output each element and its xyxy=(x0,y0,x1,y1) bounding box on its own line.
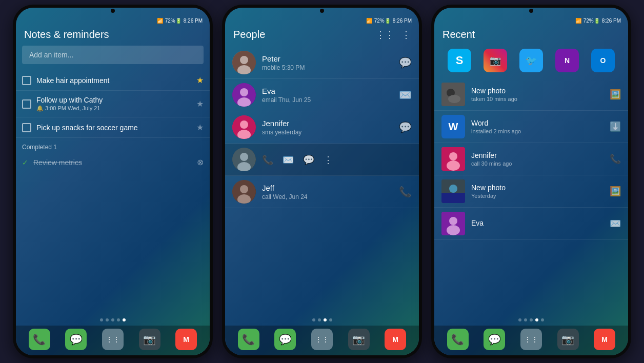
dot-r5 xyxy=(541,318,544,321)
dot-p3-active xyxy=(324,318,327,321)
more-action-expanded[interactable]: ⋮ xyxy=(324,154,333,166)
checkbox-2[interactable] xyxy=(22,99,31,109)
battery-3: 72%🔋 xyxy=(583,18,600,24)
phones-container: 📶 72%🔋 8:26 PM Notes & reminders Add an … xyxy=(8,0,636,363)
email-icon-eva-recent[interactable]: ✉️ xyxy=(610,218,621,229)
camera-dot-3 xyxy=(529,9,533,13)
time-2: 8:26 PM xyxy=(393,18,412,24)
dot-4 xyxy=(117,318,120,321)
contact-eva[interactable]: Eva email Thu, Jun 25 ✉️ xyxy=(225,79,419,111)
chat-action-expanded[interactable]: 💬 xyxy=(303,154,314,166)
people-header: People ⋮⋮ ⋮ xyxy=(225,25,419,47)
camera-dot xyxy=(111,9,115,13)
dock-camera-2[interactable]: 📷 xyxy=(348,329,370,350)
svg-point-13 xyxy=(240,185,248,193)
app-onenote[interactable]: N xyxy=(555,49,579,72)
avatar-jennifer xyxy=(232,115,256,139)
star-icon-1[interactable]: ★ xyxy=(196,75,204,85)
dot-r4-active xyxy=(535,318,538,321)
status-bar-2: 📶 72%🔋 8:26 PM xyxy=(225,15,419,25)
phone-recent: 📶 72%🔋 8:26 PM Recent S 📷 🐦 N O xyxy=(431,5,631,358)
status-bar-1: 📶 72%🔋 8:26 PM xyxy=(16,15,210,25)
grid-icon[interactable]: ⋮⋮ xyxy=(376,29,394,41)
contact-info-jeff: Jeff call Wed, Jun 24 xyxy=(262,184,393,200)
star-icon-3[interactable]: ★ xyxy=(196,123,204,132)
dock-camera-3[interactable]: 📷 xyxy=(557,329,579,350)
contact-detail-peter: mobile 5:30 PM xyxy=(262,64,393,71)
dock-phone-2[interactable]: 📞 xyxy=(238,329,259,350)
phone-icon-jennifer-recent[interactable]: 📞 xyxy=(610,153,621,165)
recent-word[interactable]: W Word installed 2 mins ago ⬇️ xyxy=(434,111,628,143)
dock-sms-2[interactable]: 💬 xyxy=(274,329,296,350)
dot-3 xyxy=(111,318,114,321)
dock-apps-2[interactable]: ⋮⋮ xyxy=(311,329,333,350)
contact-info-eva: Eva email Thu, Jun 25 xyxy=(262,87,393,104)
dock-3: 📞 💬 ⋮⋮ 📷 M xyxy=(434,326,628,355)
completed-label: Completed 1 xyxy=(22,144,57,151)
app-outlook[interactable]: O xyxy=(591,49,615,72)
contact-jennifer[interactable]: Jennifer sms yesterday 💬 xyxy=(225,111,419,144)
completed-section: Completed 1 xyxy=(16,138,210,153)
checkbox-1[interactable] xyxy=(22,76,31,85)
dock-gmail-2[interactable]: M xyxy=(385,329,406,350)
remove-icon[interactable]: ⊗ xyxy=(197,157,204,167)
recent-title-jennifer: Jennifer xyxy=(471,151,603,159)
battery-1: 72%🔋 xyxy=(165,18,182,24)
recent-sub-photo1: taken 10 mins ago xyxy=(471,96,603,102)
app-twitter[interactable]: 🐦 xyxy=(519,49,543,72)
dock-phone-1[interactable]: 📞 xyxy=(29,329,50,350)
dock-apps-3[interactable]: ⋮⋮ xyxy=(520,329,542,350)
dot-r1 xyxy=(518,318,521,321)
image-icon-photo2[interactable]: 🖼️ xyxy=(610,186,621,197)
svg-point-20 xyxy=(447,160,460,171)
svg-point-26 xyxy=(447,225,460,235)
app-instagram[interactable]: 📷 xyxy=(484,49,507,72)
dot-5-active xyxy=(123,318,126,321)
check-icon: ✓ xyxy=(22,158,28,167)
dock-sms-3[interactable]: 💬 xyxy=(484,329,505,350)
contact-detail-jennifer: sms yesterday xyxy=(262,129,393,136)
dock-gmail-1[interactable]: M xyxy=(175,329,197,350)
recent-info-eva: Eva xyxy=(471,219,603,228)
dock-phone-3[interactable]: 📞 xyxy=(447,329,469,350)
recent-title: Recent xyxy=(434,25,628,47)
svg-point-1 xyxy=(240,56,248,64)
phone-icon-jeff[interactable]: 📞 xyxy=(399,186,412,198)
recent-sub-jennifer: call 30 mins ago xyxy=(471,160,603,167)
recent-jennifer-call[interactable]: Jennifer call 30 mins ago 📞 xyxy=(434,143,628,175)
phone-action-expanded[interactable]: 📞 xyxy=(262,154,273,166)
add-item-input[interactable]: Add an item... xyxy=(22,46,204,64)
battery-2: 72%🔋 xyxy=(374,18,391,24)
download-icon-word[interactable]: ⬇️ xyxy=(610,121,621,132)
avatar-jeff xyxy=(232,180,256,204)
dock-sms-1[interactable]: 💬 xyxy=(65,329,87,350)
dot-r3 xyxy=(530,318,533,321)
recent-title-word: Word xyxy=(471,119,603,127)
chat-icon-jennifer[interactable]: 💬 xyxy=(399,121,412,133)
star-icon-2[interactable]: ★ xyxy=(196,99,204,109)
recent-sub-photo2: Yesterday xyxy=(471,193,603,199)
contact-jeff[interactable]: Jeff call Wed, Jun 24 📞 xyxy=(225,176,419,208)
recent-title-photo2: New photo xyxy=(471,184,603,192)
recent-new-photo[interactable]: New photo taken 10 mins ago 🖼️ xyxy=(434,78,628,111)
recent-eva[interactable]: Eva ✉️ xyxy=(434,208,628,240)
recent-apps-row: S 📷 🐦 N O xyxy=(434,47,628,78)
note-sub-2: 🔔 3:00 PM Wed, July 21 xyxy=(36,105,191,112)
note-item-1: Make hair appointment ★ xyxy=(16,70,210,91)
dock-gmail-3[interactable]: M xyxy=(594,329,615,350)
more-icon[interactable]: ⋮ xyxy=(401,29,411,41)
people-header-icons: ⋮⋮ ⋮ xyxy=(376,29,411,41)
svg-rect-22 xyxy=(441,193,465,203)
chat-icon-peter[interactable]: 💬 xyxy=(399,56,412,69)
image-icon-photo1[interactable]: 🖼️ xyxy=(610,89,621,100)
app-skype[interactable]: S xyxy=(448,49,471,72)
people-title: People xyxy=(233,29,265,41)
recent-sub-word: installed 2 mins ago xyxy=(471,128,603,134)
checkbox-3[interactable] xyxy=(22,123,31,132)
dock-apps-1[interactable]: ⋮⋮ xyxy=(102,329,124,350)
contact-peter[interactable]: Peter mobile 5:30 PM 💬 xyxy=(225,47,419,79)
recent-photo-yesterday[interactable]: New photo Yesterday 🖼️ xyxy=(434,175,628,208)
dock-camera-1[interactable]: 📷 xyxy=(139,329,160,350)
email-action-expanded[interactable]: ✉️ xyxy=(283,154,294,166)
email-icon-eva[interactable]: ✉️ xyxy=(399,89,412,101)
